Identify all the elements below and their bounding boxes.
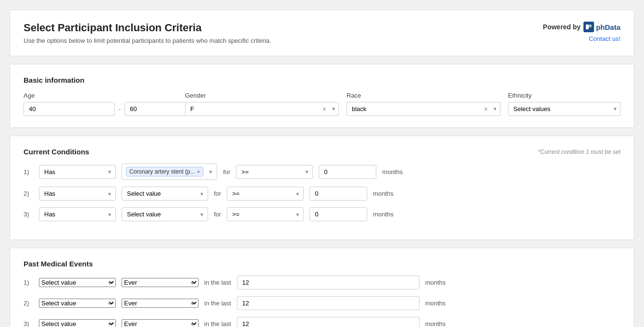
conditions-title: Current Conditions <box>24 148 89 156</box>
past-1-value-select[interactable]: Select value <box>39 278 116 287</box>
race-label: Race <box>347 92 500 99</box>
condition-1-tag: Coronary artery stent (p... × <box>126 167 203 176</box>
condition-2-op-wrapper: >= <= > < = ▼ <box>227 187 304 201</box>
past-1-timing-wrapper: Ever Recent Past ▼ <box>122 278 198 287</box>
past-3-months-label: months <box>425 320 446 327</box>
ethnicity-field-group: Ethnicity Select values Hispanic Non-His… <box>508 92 620 116</box>
past-1-in-the-last-label: in the last <box>204 279 231 286</box>
ethnicity-select-wrapper: Select values Hispanic Non-Hispanic ▼ <box>508 102 620 116</box>
conditions-section-header: Current Conditions *Current condition 1 … <box>24 148 620 156</box>
condition-3-months-label: months <box>373 211 394 218</box>
past-3-in-the-last-label: in the last <box>204 320 231 327</box>
condition-1-months-input[interactable] <box>319 165 376 179</box>
condition-3-op-wrapper: >= <= > < = ▼ <box>227 207 304 221</box>
condition-3-value-select[interactable]: Select value <box>122 207 208 221</box>
age-field-group: Age - <box>24 92 177 116</box>
age-min-input[interactable] <box>24 102 115 116</box>
past-row-1-number: 1) <box>24 279 33 286</box>
past-row-2: 2) Select value ▼ Ever Recent Past ▼ in … <box>24 296 620 310</box>
past-2-timing-select[interactable]: Ever Recent Past <box>122 299 198 308</box>
age-range: - <box>24 102 177 116</box>
race-select[interactable]: black white asian hispanic <box>347 102 500 116</box>
condition-1-op-wrapper: >= <= > < = ▼ <box>236 165 313 179</box>
age-separator: - <box>119 105 121 113</box>
powered-by-label: Powered by phData <box>543 22 620 32</box>
svg-rect-0 <box>586 25 589 29</box>
condition-row-2: 2) Has Has Not ▼ Select value ▼ for >= <… <box>24 187 620 201</box>
svg-rect-1 <box>589 25 592 27</box>
condition-1-tag-text: Coronary artery stent (p... <box>129 168 195 175</box>
basic-info-title: Basic information <box>24 76 620 84</box>
phdata-icon <box>583 22 594 32</box>
condition-2-value-select[interactable]: Select value <box>122 187 208 201</box>
condition-3-op-select[interactable]: >= <= > < = <box>227 207 304 221</box>
past-row-3: 3) Select value ▼ Ever Recent Past ▼ in … <box>24 317 620 327</box>
ethnicity-label: Ethnicity <box>508 92 620 99</box>
past-3-timing-select[interactable]: Ever Recent Past <box>122 319 198 327</box>
gender-field-group: Gender F M Other × ▼ <box>185 92 339 116</box>
condition-2-months-input[interactable] <box>310 187 367 201</box>
contact-link[interactable]: Contact us! <box>589 35 620 42</box>
past-3-value-select[interactable]: Select value <box>39 319 116 327</box>
condition-3-months-input[interactable] <box>310 207 367 221</box>
condition-note: *Current condition 1 must be set <box>538 149 620 155</box>
condition-row-2-number: 2) <box>24 190 33 197</box>
gender-label: Gender <box>185 92 339 99</box>
condition-2-op-select[interactable]: >= <= > < = <box>227 187 304 201</box>
condition-1-value-arrow: ▼ <box>208 169 213 175</box>
condition-1-has-wrapper: Has Has Not ▼ <box>39 165 116 179</box>
basic-info-card: Basic information Age - Gender F M Oth <box>10 64 634 128</box>
condition-row-3: 3) Has Has Not ▼ Select value ▼ for >= <… <box>24 207 620 221</box>
gender-clear-button[interactable]: × <box>322 106 327 113</box>
past-row-3-number: 3) <box>24 320 33 327</box>
race-select-wrapper: black white asian hispanic × ▼ <box>347 102 500 116</box>
powered-by-section: Powered by phData Contact us! <box>543 22 620 42</box>
race-clear-button[interactable]: × <box>483 106 489 113</box>
past-2-in-the-last-label: in the last <box>204 300 231 307</box>
past-1-months-input[interactable] <box>237 276 420 289</box>
condition-row-3-number: 3) <box>24 211 33 218</box>
race-field-group: Race black white asian hispanic × ▼ <box>347 92 500 116</box>
condition-1-months-label: months <box>382 168 403 176</box>
phdata-logo: phData <box>583 22 620 32</box>
past-2-value-select[interactable]: Select value <box>39 299 116 308</box>
past-medical-title: Past Medical Events <box>24 260 620 268</box>
condition-3-for-label: for <box>214 211 221 218</box>
age-label: Age <box>24 92 177 99</box>
past-1-value-wrapper: Select value ▼ <box>39 278 116 287</box>
gender-select[interactable]: F M Other <box>185 102 339 116</box>
condition-1-for-label: for <box>223 168 230 176</box>
condition-2-has-select[interactable]: Has Has Not <box>39 187 116 201</box>
past-row-1: 1) Select value ▼ Ever Recent Past ▼ in … <box>24 276 620 289</box>
condition-1-op-select[interactable]: >= <= > < = <box>236 165 313 179</box>
condition-3-value-wrapper: Select value ▼ <box>122 207 208 221</box>
gender-select-wrapper: F M Other × ▼ <box>185 102 339 116</box>
condition-row-1-number: 1) <box>24 168 33 176</box>
condition-1-tag-remove[interactable]: × <box>197 169 200 175</box>
past-2-value-wrapper: Select value ▼ <box>39 299 116 308</box>
past-2-months-input[interactable] <box>237 296 420 310</box>
past-3-timing-wrapper: Ever Recent Past ▼ <box>122 319 198 327</box>
condition-1-has-select[interactable]: Has Has Not <box>39 165 116 179</box>
past-2-timing-wrapper: Ever Recent Past ▼ <box>122 299 198 308</box>
past-2-months-label: months <box>425 300 446 307</box>
condition-2-months-label: months <box>373 190 394 197</box>
condition-3-has-wrapper: Has Has Not ▼ <box>39 207 116 221</box>
past-1-months-label: months <box>425 279 446 286</box>
condition-2-for-label: for <box>214 190 221 197</box>
page-subtitle: Use the options below to limit potential… <box>24 37 271 44</box>
condition-2-value-wrapper: Select value ▼ <box>122 187 208 201</box>
ethnicity-select[interactable]: Select values Hispanic Non-Hispanic <box>508 102 620 116</box>
condition-3-has-select[interactable]: Has Has Not <box>39 207 116 221</box>
past-3-value-wrapper: Select value ▼ <box>39 319 116 327</box>
condition-1-value-wrapper[interactable]: Coronary artery stent (p... × ▼ <box>122 164 217 180</box>
condition-row-1: 1) Has Has Not ▼ Coronary artery stent (… <box>24 164 620 180</box>
condition-2-has-wrapper: Has Has Not ▼ <box>39 187 116 201</box>
past-row-2-number: 2) <box>24 300 33 307</box>
page-title: Select Participant Inclusion Criteria <box>24 22 271 34</box>
past-1-timing-select[interactable]: Ever Recent Past <box>122 278 198 287</box>
past-3-months-input[interactable] <box>237 317 420 327</box>
past-medical-card: Past Medical Events 1) Select value ▼ Ev… <box>10 248 634 327</box>
current-conditions-card: Current Conditions *Current condition 1 … <box>10 136 634 240</box>
